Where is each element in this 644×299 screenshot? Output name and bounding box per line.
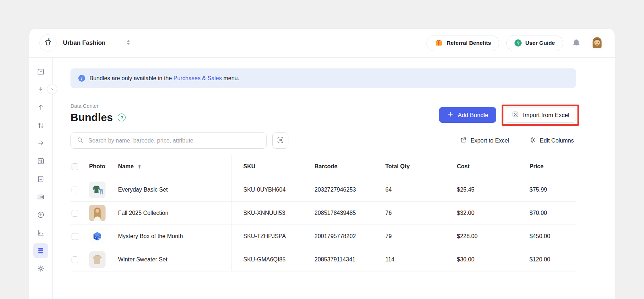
referral-benefits-label: Referral Benefits (447, 40, 491, 46)
sidebar-item-analytics[interactable] (33, 225, 48, 240)
export-share-icon (460, 136, 467, 145)
transfer-icon (37, 121, 45, 129)
bundle-total-qty: 79 (385, 233, 457, 240)
sidebar-item-documents[interactable] (33, 172, 48, 187)
sidebar-item-transfer[interactable] (33, 118, 48, 133)
bundle-sku: SKU-0UYBH604 (232, 187, 314, 193)
page-help-icon[interactable]: ? (118, 114, 126, 121)
bundle-price: $120.00 (530, 256, 576, 263)
sidebar-item-barcodes[interactable] (33, 189, 48, 204)
search-input[interactable] (88, 137, 260, 144)
column-header-sku[interactable]: SKU (232, 163, 314, 170)
sidebar-item-movement[interactable] (33, 136, 48, 151)
column-header-barcode[interactable]: Barcode (314, 163, 385, 170)
table-row[interactable]: Everyday Basic Set SKU-0UYBH604 20327279… (70, 178, 576, 202)
bundle-barcode: 2085379114341 (314, 256, 385, 263)
bundle-barcode: 2085178439485 (314, 210, 385, 216)
table-row[interactable]: Winter Sweater Set SKU-GMA6QI85 20853791… (70, 248, 576, 271)
barcode-icon (37, 193, 45, 201)
bundle-sku: SKU-XNNUUI53 (232, 210, 314, 216)
gear-icon (529, 136, 536, 145)
sidebar-expand-button[interactable]: › (47, 84, 57, 94)
chart-icon (37, 229, 45, 237)
chevron-right-icon: › (51, 86, 53, 92)
column-header-total-qty[interactable]: Total Qty (385, 163, 457, 170)
purchases-sales-link[interactable]: Purchases & Sales (174, 75, 222, 81)
plus-icon (447, 111, 454, 119)
import-from-excel-button[interactable]: Import from Excel (505, 107, 576, 123)
avatar[interactable] (590, 35, 605, 50)
package-icon (37, 68, 45, 76)
workspace-logo[interactable] (39, 34, 57, 52)
bundle-barcode: 2032727946253 (314, 187, 385, 193)
column-header-name[interactable]: Name (118, 163, 232, 170)
breadcrumb: Data Center (70, 103, 126, 109)
add-bundle-button[interactable]: Add Bundle (439, 107, 496, 123)
barcode-scan-button[interactable] (272, 132, 288, 149)
row-checkbox[interactable] (72, 256, 78, 263)
page-heading: Data Center Bundles ? (70, 103, 126, 123)
sidebar-item-import[interactable] (33, 82, 48, 97)
row-checkbox[interactable] (72, 210, 78, 217)
table-header-row: Photo Name SKU Barcode Total Qty Cost Pr… (70, 155, 576, 178)
workspace-sorter-icon (126, 40, 130, 47)
column-header-photo[interactable]: Photo (89, 163, 118, 170)
page-title: Bundles (70, 112, 113, 123)
row-checkbox[interactable] (72, 187, 78, 193)
bell-icon[interactable] (572, 38, 581, 48)
user-guide-button[interactable]: ? User Guide (506, 35, 563, 51)
bundle-cost: $30.00 (457, 256, 530, 263)
bundle-total-qty: 114 (385, 256, 457, 263)
bundle-photo-mystery-box: ? MYSTERY BOX (89, 228, 106, 245)
bundle-price: $70.00 (530, 210, 576, 216)
table-row[interactable]: Fall 2025 Collection SKU-XNNUUI53 208517… (70, 202, 576, 225)
workspace-switcher[interactable] (126, 40, 130, 47)
bundle-cost: $228.00 (457, 233, 530, 240)
sort-ascending-icon (137, 164, 142, 169)
banner-text: Bundles are only available in the Purcha… (89, 75, 239, 82)
svg-text:?: ? (94, 235, 97, 239)
bundle-barcode: 2001795778202 (314, 233, 385, 240)
settings-icon (37, 265, 45, 273)
bundle-total-qty: 64 (385, 187, 457, 193)
column-header-price[interactable]: Price (530, 163, 576, 170)
bundle-sku: SKU-TZHPJSPA (232, 233, 314, 240)
column-divider (231, 155, 231, 271)
app-card: Urban Fashion Referral Benefits (29, 29, 615, 299)
sidebar-item-export[interactable] (33, 100, 48, 115)
sidebar-item-settings[interactable] (33, 261, 48, 276)
top-bar: Urban Fashion Referral Benefits (29, 29, 615, 58)
database-icon (37, 247, 45, 255)
export-to-excel-button[interactable]: Export to Excel (458, 136, 511, 145)
import-icon (37, 86, 45, 93)
search-icon (77, 136, 84, 145)
plus-circle-icon (37, 211, 45, 219)
column-header-cost[interactable]: Cost (457, 163, 530, 170)
sidebar-item-data-center[interactable] (33, 243, 48, 258)
bundle-photo-hoodie-and-jeans (89, 182, 106, 198)
table-row[interactable]: ? MYSTERY BOX Mystery Box of the Month S… (70, 225, 576, 248)
bundle-total-qty: 76 (385, 210, 457, 216)
select-all-checkbox[interactable] (72, 163, 78, 170)
question-icon: ? (514, 39, 522, 47)
excel-icon (512, 111, 519, 120)
sidebar-item-stocktaking[interactable] (33, 154, 48, 169)
stocktake-icon (37, 157, 45, 165)
sidebar-item-products[interactable] (33, 64, 48, 79)
bundle-cost: $32.00 (457, 210, 530, 216)
bundle-price: $450.00 (530, 233, 576, 240)
edit-columns-button[interactable]: Edit Columns (527, 136, 576, 145)
scan-barcode-icon (277, 136, 284, 145)
sidebar-item-add[interactable] (33, 207, 48, 222)
info-icon: i (78, 75, 85, 82)
workspace-name: Urban Fashion (63, 39, 106, 47)
referral-benefits-button[interactable]: Referral Benefits (426, 35, 499, 51)
gift-icon (435, 38, 443, 48)
bundle-photo-model-white-top (89, 205, 106, 221)
bundle-name: Winter Sweater Set (118, 256, 167, 263)
icon-sidebar: › (29, 58, 53, 299)
info-banner: i Bundles are only available in the Purc… (70, 68, 576, 88)
bundles-table: Photo Name SKU Barcode Total Qty Cost Pr… (70, 155, 576, 271)
row-checkbox[interactable] (72, 233, 78, 240)
bundle-sku: SKU-GMA6QI85 (232, 256, 314, 263)
